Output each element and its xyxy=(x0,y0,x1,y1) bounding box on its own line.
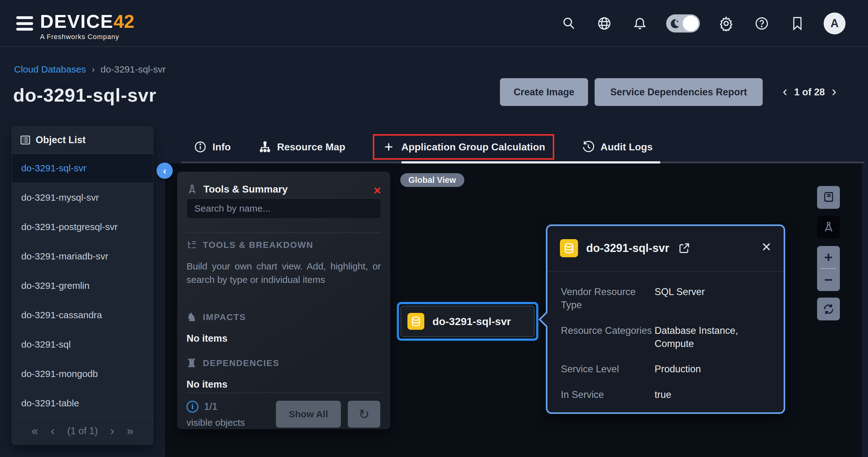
tools-breakdown-title: TOOLS & BREAKDOWN xyxy=(203,240,313,250)
database-icon xyxy=(560,239,578,257)
object-list-icon xyxy=(20,135,31,145)
pager-text: 1 of 28 xyxy=(794,87,825,98)
drafting-compass-icon xyxy=(822,221,835,234)
tools-summary-panel: Tools & Summary × TOOLS & BREAKDOWN Buil… xyxy=(177,172,390,429)
object-list-item[interactable]: do-3291-gremlin xyxy=(12,271,153,300)
object-list-item[interactable]: do-3291-mysql-svr xyxy=(12,183,153,212)
help-icon[interactable] xyxy=(752,14,771,33)
legend-book-button[interactable] xyxy=(817,186,840,209)
object-list-item-label: do-3291-sql-svr xyxy=(21,163,86,174)
settings-gear-icon[interactable] xyxy=(717,14,736,33)
service-dependencies-report-button[interactable]: Service Dependencies Report xyxy=(595,78,763,106)
dependencies-section-header: ♜ DEPENDENCIES xyxy=(187,358,279,369)
visible-count-value: 1/1 xyxy=(204,401,217,412)
external-link-icon[interactable] xyxy=(677,241,691,255)
object-list-title: Object List xyxy=(36,134,86,146)
object-list-item[interactable]: do-3291-mariadb-svr xyxy=(12,242,153,271)
card-close-icon[interactable]: × xyxy=(762,239,771,255)
tab-info[interactable]: Info xyxy=(194,140,231,153)
zoom-out-button[interactable]: − xyxy=(824,270,833,289)
panel-refresh-button[interactable]: ↻ xyxy=(348,401,380,428)
drafting-compass-icon xyxy=(187,184,198,195)
dark-mode-toggle[interactable] xyxy=(666,14,700,32)
pagination-last-icon[interactable]: » xyxy=(127,425,133,437)
card-divider xyxy=(548,271,784,272)
object-list-item-label: do-3291-mariadb-svr xyxy=(21,251,108,262)
tools-summary-title: Tools & Summary xyxy=(204,183,288,195)
field-value: Production xyxy=(655,363,771,376)
hamburger-menu-icon[interactable] xyxy=(16,16,33,31)
breadcrumb-current: do-3291-sql-svr xyxy=(101,64,165,74)
impacts-title: IMPACTS xyxy=(203,312,246,322)
field-label: In Service xyxy=(561,388,655,401)
page-title: do-3291-sql-svr xyxy=(13,84,157,106)
tab-audit-logs-label: Audit Logs xyxy=(600,141,653,153)
tab-agc-label: Application Group Calculation xyxy=(401,141,545,153)
search-icon[interactable] xyxy=(559,14,578,33)
field-label: Vendor Resource Type xyxy=(561,285,655,312)
knight-chess-icon: ♞ xyxy=(187,312,197,323)
tab-resource-map[interactable]: Resource Map xyxy=(258,140,346,153)
object-list-item[interactable]: do-3291-sql-svr xyxy=(12,153,153,183)
resource-map-icon xyxy=(258,140,272,153)
breadcrumb-separator: › xyxy=(92,64,95,74)
tools-breakdown-description: Build your own chart view. Add, highligh… xyxy=(187,260,381,286)
field-label: Service Level xyxy=(561,363,655,376)
sidebar-collapse-button[interactable]: ‹ xyxy=(157,162,173,179)
canvas-refresh-button[interactable] xyxy=(817,298,840,321)
object-list-item-label: do-3291-mysql-svr xyxy=(21,192,99,203)
logo-accent: 42 xyxy=(114,11,134,32)
zoom-control: + − xyxy=(817,246,840,291)
globe-icon[interactable] xyxy=(595,14,614,33)
object-list-item[interactable]: do-3291-sql xyxy=(12,330,153,359)
info-icon xyxy=(194,140,207,153)
impacts-empty-state: No items xyxy=(187,333,227,344)
tools-summary-header: Tools & Summary × xyxy=(187,183,381,195)
application-group-calculation-icon xyxy=(382,140,396,154)
card-field-row: Service Level Production xyxy=(561,363,771,376)
card-header: do-3291-sql-svr xyxy=(560,239,771,257)
object-list: do-3291-sql-svr do-3291-mysql-svr do-329… xyxy=(12,153,153,418)
object-list-item-label: do-3291-table xyxy=(21,398,79,408)
object-list-item[interactable]: do-3291-postgresql-svr xyxy=(12,212,153,242)
rook-chess-icon: ♜ xyxy=(187,358,197,369)
panel-search-input[interactable] xyxy=(187,199,381,218)
toggle-knob xyxy=(683,16,698,31)
active-tab-indicator xyxy=(402,161,660,163)
tab-info-label: Info xyxy=(213,141,231,153)
tab-audit-logs[interactable]: Audit Logs xyxy=(582,140,653,153)
breadcrumb-parent-link[interactable]: Cloud Databases xyxy=(14,64,86,74)
sync-icon xyxy=(822,303,835,316)
node-body: do-3291-sql-svr xyxy=(401,306,535,337)
bookmark-icon[interactable] xyxy=(788,14,807,33)
object-list-pagination: « ‹ (1 of 1) › » xyxy=(12,417,153,445)
tools-panel-toggle-button[interactable] xyxy=(817,216,840,239)
object-list-item[interactable]: do-3291-cassandra xyxy=(12,300,153,330)
pager-next-icon[interactable]: › xyxy=(832,84,836,100)
object-list-item[interactable]: do-3291-table xyxy=(12,389,153,418)
zoom-divider xyxy=(820,268,837,269)
object-list-item[interactable]: do-3291-mongodb xyxy=(12,359,153,389)
pagination-first-icon[interactable]: « xyxy=(32,425,38,437)
field-value: true xyxy=(655,388,771,401)
record-pager: ‹ 1 of 28 › xyxy=(783,78,836,106)
moon-icon xyxy=(669,18,681,30)
card-field-row: Vendor Resource Type SQL Server xyxy=(561,285,771,312)
pager-prev-icon[interactable]: ‹ xyxy=(783,84,787,100)
global-view-badge: Global View xyxy=(400,173,464,187)
tools-breakdown-section-header: TOOLS & BREAKDOWN xyxy=(187,240,313,250)
top-navbar: DEVICE42 A Freshworks Company xyxy=(0,0,868,47)
show-all-button[interactable]: Show All xyxy=(276,401,341,428)
selected-resource-node[interactable]: do-3291-sql-svr xyxy=(397,302,538,341)
zoom-in-button[interactable]: + xyxy=(824,248,833,267)
pagination-next-icon[interactable]: › xyxy=(110,425,114,437)
pagination-prev-icon[interactable]: ‹ xyxy=(51,425,55,437)
notifications-bell-icon[interactable] xyxy=(630,14,649,33)
tree-list-icon xyxy=(187,240,197,250)
create-image-button[interactable]: Create Image xyxy=(500,78,588,106)
device42-logo: DEVICE42 A Freshworks Company xyxy=(40,11,134,41)
avatar[interactable]: A xyxy=(824,12,845,34)
tab-application-group-calculation[interactable]: Application Group Calculation xyxy=(373,134,554,160)
panel-close-icon[interactable]: × xyxy=(374,184,381,196)
dependencies-title: DEPENDENCIES xyxy=(203,358,279,368)
